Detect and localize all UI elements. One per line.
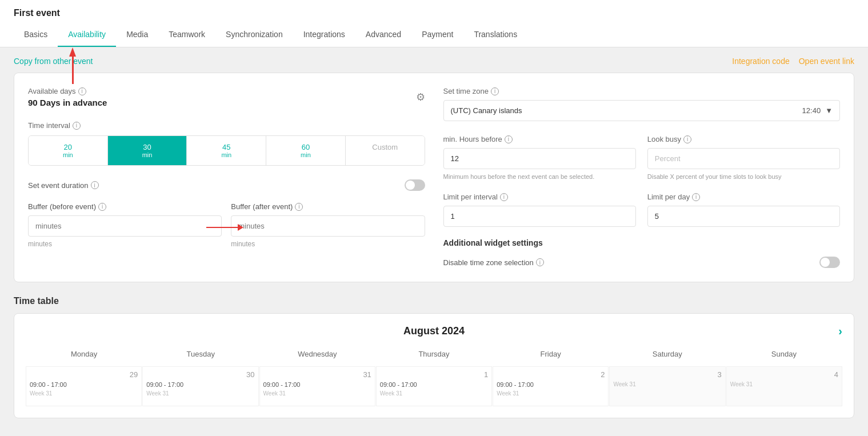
calendar-card: August 2024 › Monday Tuesday Wednesday T… bbox=[14, 313, 854, 418]
interval-30min[interactable]: 30 min bbox=[108, 136, 187, 165]
cal-cell-1[interactable]: 1 09:00 - 17:00 Week 31 bbox=[376, 366, 492, 406]
available-days-value: 90 Days in advance bbox=[28, 98, 107, 107]
buffer-before-unit: minutes bbox=[28, 240, 222, 248]
calendar-title: August 2024 bbox=[403, 325, 465, 337]
tab-media[interactable]: Media bbox=[116, 23, 158, 47]
cal-cell-4[interactable]: 4 Week 31 bbox=[726, 366, 842, 406]
buffer-before-label: Buffer (before event) i bbox=[28, 202, 222, 211]
limit-per-interval-label: Limit per interval i bbox=[443, 193, 636, 201]
buffer-row: Buffer (before event) i minutes Buffer bbox=[28, 202, 425, 248]
buffer-before-col: Buffer (before event) i minutes bbox=[28, 202, 222, 248]
sub-header: Copy from other event Integration code O… bbox=[14, 47, 854, 73]
arrow-line bbox=[72, 57, 74, 84]
set-event-duration-toggle[interactable] bbox=[405, 179, 425, 191]
timezone-label: Set time zone i bbox=[443, 87, 841, 95]
available-days-label: Available days i bbox=[28, 87, 107, 95]
interval-custom[interactable]: Custom bbox=[346, 136, 425, 165]
day-friday: Friday bbox=[493, 346, 609, 362]
limit-per-day-col: Limit per day i bbox=[647, 193, 840, 227]
available-days-info: Available days i 90 Days in advance bbox=[28, 87, 107, 107]
limits-row: Limit per interval i Limit per day i bbox=[443, 193, 841, 227]
open-event-link[interactable]: Open event link bbox=[799, 57, 854, 66]
cal-cell-30[interactable]: 30 09:00 - 17:00 Week 31 bbox=[142, 366, 258, 406]
event-title: First event bbox=[14, 0, 854, 23]
right-links: Integration code Open event link bbox=[732, 57, 854, 66]
tab-availability[interactable]: Availability bbox=[58, 23, 116, 47]
widget-settings-title: Additional widget settings bbox=[443, 238, 841, 247]
cal-cell-2[interactable]: 2 09:00 - 17:00 Week 31 bbox=[493, 366, 609, 406]
calendar-days-header: Monday Tuesday Wednesday Thursday Friday… bbox=[26, 346, 842, 362]
interval-45min[interactable]: 45 min bbox=[187, 136, 266, 165]
content-area: Copy from other event Integration code O… bbox=[0, 47, 868, 432]
time-table-section: Time table August 2024 › Monday Tuesday … bbox=[14, 296, 854, 418]
calendar-grid: 29 09:00 - 17:00 Week 31 30 09:00 - 17:0… bbox=[26, 366, 842, 406]
tab-teamwork[interactable]: Teamwork bbox=[158, 23, 215, 47]
min-hours-col: min. Hours before i Minimum hours before… bbox=[443, 135, 636, 181]
tab-translations[interactable]: Translations bbox=[463, 23, 527, 47]
buffer-after-input[interactable] bbox=[231, 215, 425, 237]
nav-tabs: Basics Availability Media Teamwork Synch… bbox=[14, 23, 854, 47]
set-event-duration-label: Set event duration i bbox=[28, 181, 99, 190]
look-busy-label: Look busy i bbox=[647, 135, 840, 143]
cal-cell-31[interactable]: 31 09:00 - 17:00 Week 31 bbox=[259, 366, 375, 406]
buffer-before-input[interactable] bbox=[28, 215, 222, 237]
day-saturday: Saturday bbox=[609, 346, 726, 362]
look-busy-input[interactable] bbox=[647, 148, 840, 169]
integration-code-link[interactable]: Integration code bbox=[732, 57, 789, 66]
timezone-select[interactable]: (UTC) Canary islands 12:40 ▼ bbox=[443, 100, 841, 121]
look-busy-info-icon: i bbox=[683, 135, 691, 143]
min-hours-hint: Minimum hours before the next event can … bbox=[443, 173, 636, 181]
buffer-after-label: Buffer (after event) i bbox=[231, 202, 425, 211]
tab-basics[interactable]: Basics bbox=[14, 23, 58, 47]
limit-per-day-input[interactable] bbox=[647, 206, 840, 227]
min-hours-label: min. Hours before i bbox=[443, 135, 636, 143]
limit-per-interval-input[interactable] bbox=[443, 206, 636, 227]
buffer-after-info-icon: i bbox=[295, 203, 303, 211]
arrow-indicator bbox=[69, 47, 76, 84]
look-busy-hint: Disable X percent of your time slots to … bbox=[647, 173, 840, 181]
limit-per-day-info-icon: i bbox=[692, 193, 700, 201]
min-hours-look-busy-row: min. Hours before i Minimum hours before… bbox=[443, 135, 841, 181]
calendar-next-button[interactable]: › bbox=[838, 325, 842, 338]
time-interval-label: Time interval i bbox=[28, 121, 425, 130]
tab-payment[interactable]: Payment bbox=[411, 23, 463, 47]
arrow-head-icon bbox=[238, 224, 243, 231]
availability-card: Available days i 90 Days in advance ⚙ Ti… bbox=[14, 73, 854, 282]
disable-timezone-toggle-knob bbox=[821, 258, 830, 267]
copy-from-other-event-link[interactable]: Copy from other event bbox=[14, 57, 93, 66]
look-busy-col: Look busy i Disable X percent of your ti… bbox=[647, 135, 840, 181]
timezone-info-icon: i bbox=[491, 87, 499, 95]
gear-icon[interactable]: ⚙ bbox=[416, 91, 425, 103]
interval-60min[interactable]: 60 min bbox=[266, 136, 346, 165]
chevron-down-icon: ▼ bbox=[825, 106, 833, 115]
day-sunday: Sunday bbox=[726, 346, 842, 362]
toggle-knob bbox=[406, 181, 415, 190]
limit-per-interval-col: Limit per interval i bbox=[443, 193, 636, 227]
right-column: Set time zone i (UTC) Canary islands 12:… bbox=[443, 87, 841, 268]
tab-integrations[interactable]: Integrations bbox=[293, 23, 355, 47]
tab-synchronization[interactable]: Synchronization bbox=[215, 23, 293, 47]
interval-20min[interactable]: 20 min bbox=[29, 136, 108, 165]
time-interval-info-icon: i bbox=[73, 122, 81, 130]
time-table-title: Time table bbox=[14, 296, 854, 306]
buffer-arrow bbox=[206, 224, 243, 231]
disable-timezone-label: Disable time zone selection i bbox=[443, 258, 544, 267]
day-thursday: Thursday bbox=[375, 346, 492, 362]
calendar-header: August 2024 › bbox=[26, 325, 842, 337]
buffer-after-unit: minutes bbox=[231, 240, 425, 248]
left-column: Available days i 90 Days in advance ⚙ Ti… bbox=[28, 87, 425, 268]
card-grid: Available days i 90 Days in advance ⚙ Ti… bbox=[28, 87, 840, 268]
min-hours-input[interactable] bbox=[443, 148, 636, 169]
day-tuesday: Tuesday bbox=[142, 346, 259, 362]
buffer-before-info-icon: i bbox=[98, 203, 106, 211]
disable-timezone-row: Disable time zone selection i bbox=[443, 257, 841, 268]
limit-per-day-label: Limit per day i bbox=[647, 193, 840, 201]
interval-buttons: 20 min 30 min 45 min 60 min bbox=[28, 135, 425, 166]
event-duration-info-icon: i bbox=[91, 181, 99, 189]
disable-timezone-toggle[interactable] bbox=[819, 257, 840, 268]
cal-cell-3[interactable]: 3 Week 31 bbox=[609, 366, 725, 406]
arrow-up-icon bbox=[69, 47, 76, 57]
limit-per-interval-info-icon: i bbox=[500, 193, 508, 201]
cal-cell-29[interactable]: 29 09:00 - 17:00 Week 31 bbox=[26, 366, 142, 406]
tab-advanced[interactable]: Advanced bbox=[355, 23, 411, 47]
